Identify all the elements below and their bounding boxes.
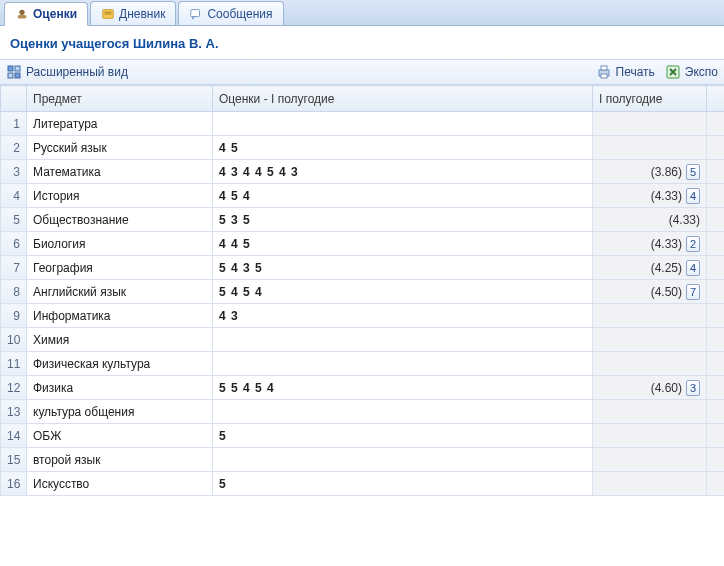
row-number: 5	[1, 208, 27, 232]
table-row[interactable]: 14ОБЖ5	[1, 424, 725, 448]
grades-icon	[15, 7, 29, 21]
row-number: 7	[1, 256, 27, 280]
page-title: Оценки учащегося Шилина В. А.	[0, 26, 724, 59]
grades-cell: 5 4 5 4	[213, 280, 593, 304]
tab-label: Сообщения	[207, 7, 272, 21]
row-number: 12	[1, 376, 27, 400]
row-number: 6	[1, 232, 27, 256]
svg-rect-9	[15, 73, 20, 78]
trailing-cell	[707, 328, 725, 352]
expanded-view-button[interactable]: Расширенный вид	[6, 64, 128, 80]
grades-cell: 5	[213, 424, 593, 448]
table-row[interactable]: 12Физика5 5 4 5 4(4.60)3	[1, 376, 725, 400]
svg-rect-1	[18, 15, 27, 19]
grades-cell: 5 4 3 5	[213, 256, 593, 280]
term-average: (3.86)	[651, 165, 682, 179]
col-header-extra[interactable]	[707, 86, 725, 112]
term-cell: (4.25)4	[593, 256, 707, 280]
grades-cell: 4 5	[213, 136, 593, 160]
trailing-cell	[707, 208, 725, 232]
row-number: 4	[1, 184, 27, 208]
grades-cell	[213, 112, 593, 136]
table-row[interactable]: 2Русский язык4 5	[1, 136, 725, 160]
svg-rect-7	[15, 66, 20, 71]
col-header-number[interactable]	[1, 86, 27, 112]
table-row[interactable]: 3Математика4 3 4 4 5 4 3(3.86)5	[1, 160, 725, 184]
grades-cell	[213, 400, 593, 424]
table-row[interactable]: 11Физическая культура	[1, 352, 725, 376]
term-cell	[593, 352, 707, 376]
subject-cell: География	[27, 256, 213, 280]
tab-messages[interactable]: Сообщения	[178, 1, 283, 25]
trailing-cell	[707, 112, 725, 136]
table-row[interactable]: 9Информатика4 3	[1, 304, 725, 328]
col-header-subject[interactable]: Предмет	[27, 86, 213, 112]
trailing-cell	[707, 280, 725, 304]
term-cell	[593, 472, 707, 496]
svg-rect-6	[8, 66, 13, 71]
trailing-cell	[707, 376, 725, 400]
subject-cell: История	[27, 184, 213, 208]
print-label: Печать	[616, 65, 655, 79]
term-average: (4.25)	[651, 261, 682, 275]
term-average: (4.50)	[651, 285, 682, 299]
subject-cell: Биология	[27, 232, 213, 256]
table-row[interactable]: 5Обществознание5 3 5(4.33)	[1, 208, 725, 232]
row-number: 14	[1, 424, 27, 448]
term-final-grade[interactable]: 4	[686, 188, 700, 204]
term-cell	[593, 136, 707, 160]
row-number: 8	[1, 280, 27, 304]
term-cell	[593, 400, 707, 424]
table-row[interactable]: 6Биология4 4 5(4.33)2	[1, 232, 725, 256]
term-cell: (4.33)2	[593, 232, 707, 256]
term-average: (4.33)	[669, 213, 700, 227]
table-row[interactable]: 15второй язык	[1, 448, 725, 472]
trailing-cell	[707, 304, 725, 328]
table-row[interactable]: 10Химия	[1, 328, 725, 352]
tab-label: Дневник	[119, 7, 165, 21]
grades-table: Предмет Оценки - I полугодие I полугодие…	[0, 85, 724, 496]
term-final-grade[interactable]: 7	[686, 284, 700, 300]
term-final-grade[interactable]: 5	[686, 164, 700, 180]
trailing-cell	[707, 472, 725, 496]
col-header-term[interactable]: I полугодие	[593, 86, 707, 112]
tab-diary[interactable]: Дневник	[90, 1, 176, 25]
term-cell: (3.86)5	[593, 160, 707, 184]
grades-cell	[213, 448, 593, 472]
trailing-cell	[707, 184, 725, 208]
table-row[interactable]: 7География5 4 3 5(4.25)4	[1, 256, 725, 280]
row-number: 1	[1, 112, 27, 136]
col-header-grades[interactable]: Оценки - I полугодие	[213, 86, 593, 112]
table-row[interactable]: 13культура общения	[1, 400, 725, 424]
table-row[interactable]: 8Английский язык5 4 5 4(4.50)7	[1, 280, 725, 304]
grades-cell: 5 5 4 5 4	[213, 376, 593, 400]
grades-cell	[213, 352, 593, 376]
table-row[interactable]: 4История4 5 4(4.33)4	[1, 184, 725, 208]
tab-grades[interactable]: Оценки	[4, 2, 88, 26]
table-header-row: Предмет Оценки - I полугодие I полугодие	[1, 86, 725, 112]
subject-cell: Искусство	[27, 472, 213, 496]
tab-label: Оценки	[33, 7, 77, 21]
grades-cell: 4 5 4	[213, 184, 593, 208]
term-final-grade[interactable]: 3	[686, 380, 700, 396]
table-row[interactable]: 16Искусство5	[1, 472, 725, 496]
term-cell	[593, 328, 707, 352]
toolbar: Расширенный вид Печать Экспо	[0, 59, 724, 85]
trailing-cell	[707, 448, 725, 472]
print-icon	[596, 64, 612, 80]
row-number: 9	[1, 304, 27, 328]
term-average: (4.60)	[651, 381, 682, 395]
expand-icon	[6, 64, 22, 80]
term-average: (4.33)	[651, 237, 682, 251]
term-cell	[593, 424, 707, 448]
svg-rect-8	[8, 73, 13, 78]
print-button[interactable]: Печать	[596, 64, 655, 80]
table-row[interactable]: 1Литература	[1, 112, 725, 136]
term-average: (4.33)	[651, 189, 682, 203]
term-final-grade[interactable]: 2	[686, 236, 700, 252]
trailing-cell	[707, 352, 725, 376]
term-final-grade[interactable]: 4	[686, 260, 700, 276]
export-button[interactable]: Экспо	[665, 64, 718, 80]
row-number: 10	[1, 328, 27, 352]
subject-cell: Обществознание	[27, 208, 213, 232]
